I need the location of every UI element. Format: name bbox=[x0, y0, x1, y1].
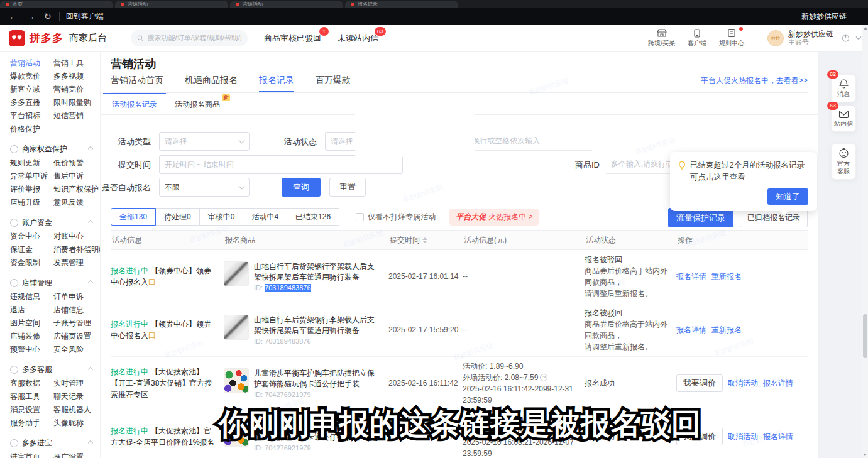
action-link[interactable]: 报名详情 bbox=[763, 378, 793, 389]
scroll-up-icon[interactable] bbox=[864, 27, 867, 30]
sidebar-item[interactable]: 安全风险 bbox=[53, 344, 84, 355]
sidebar-item[interactable]: 限时限量购 bbox=[53, 97, 91, 108]
action-link[interactable]: 重新报名 bbox=[711, 271, 742, 282]
query-button[interactable]: 查询 bbox=[282, 178, 321, 197]
sidebar-item[interactable]: 营销竞价 bbox=[53, 84, 84, 95]
sidebar-group-header[interactable]: 商家权益保护 bbox=[0, 141, 100, 156]
sidebar-item[interactable]: 图片空间 bbox=[10, 318, 40, 329]
client-app-button[interactable]: 客户端 bbox=[688, 28, 706, 48]
promo-signup-link[interactable]: 平台大促火热报名中，去看看>> bbox=[701, 75, 808, 92]
avatar[interactable]: 妙妙 bbox=[767, 30, 784, 46]
info-icon[interactable]: ? bbox=[540, 374, 547, 381]
unread-messages-link[interactable]: 未读站内信63 bbox=[338, 33, 378, 44]
sidebar-item[interactable]: 服务助手 bbox=[10, 418, 40, 428]
sidebar-group-header[interactable]: 多多进宝 bbox=[0, 435, 100, 450]
sidebar-item[interactable]: 意见反馈 bbox=[53, 197, 84, 208]
pinduoduo-logo-icon[interactable] bbox=[9, 30, 25, 46]
crossborder-grocery-button[interactable]: 跨境/买菜 bbox=[648, 28, 675, 48]
product-title[interactable]: 山地自行车后货架钢行李架载人后支架快拆尾架后车筐通用骑行装备 bbox=[254, 261, 381, 283]
sidebar-item[interactable]: 子账号管理 bbox=[53, 318, 91, 329]
action-link[interactable]: 报名详情 bbox=[676, 271, 706, 282]
sidebar-item[interactable]: 营销工具 bbox=[53, 58, 84, 68]
submit-time-range-input[interactable]: 开始时间 ~ 结束时间 bbox=[159, 155, 403, 174]
action-link[interactable]: 报名详情 bbox=[676, 325, 706, 335]
sidebar-item[interactable]: 店铺升级 bbox=[10, 197, 40, 208]
audit-rejected-link[interactable]: 商品审核已驳回1 bbox=[264, 33, 321, 44]
status-tab[interactable]: 已结束126 bbox=[287, 208, 339, 226]
status-tab[interactable]: 待处理0 bbox=[155, 208, 200, 226]
sidebar-item[interactable]: 低价预警 bbox=[53, 158, 84, 168]
browser-tab[interactable]: 首页 bbox=[0, 1, 113, 8]
sort-icon[interactable] bbox=[422, 237, 427, 243]
back-icon[interactable]: ← bbox=[9, 11, 18, 21]
sidebar-group-header[interactable]: 店铺管理 bbox=[0, 275, 100, 290]
sidebar-item[interactable]: 店铺装修 bbox=[10, 331, 40, 342]
sidebar-item[interactable]: 多多直播 bbox=[10, 97, 40, 108]
sidebar-item[interactable]: 营销活动 bbox=[10, 58, 40, 68]
browser-tab[interactable]: 营销活动 bbox=[115, 1, 228, 8]
sidebar-item[interactable]: 客服工具 bbox=[10, 391, 40, 402]
subtab-activity-goods[interactable]: 活动报名商品新 bbox=[166, 93, 229, 114]
rule-center-button[interactable]: 规则中心 bbox=[719, 28, 744, 48]
product-thumbnail[interactable] bbox=[224, 261, 249, 286]
auto-signup-select[interactable]: 不限 bbox=[159, 178, 250, 197]
activity-type-select[interactable]: 请选择 bbox=[159, 132, 250, 151]
sidebar-item[interactable]: 爆款竞价 bbox=[10, 71, 40, 82]
adjust-price-button[interactable]: 我要调价 bbox=[676, 374, 723, 392]
sidebar-item[interactable]: 资金中心 bbox=[10, 231, 40, 242]
sidebar-item[interactable]: 店铺信息 bbox=[53, 305, 84, 315]
sidebar-item[interactable]: 店铺页设置 bbox=[53, 331, 91, 342]
sidebar-item[interactable]: 平台招标 bbox=[10, 111, 40, 121]
sidebar-item[interactable]: 异常单申诉 bbox=[10, 171, 48, 182]
sidebar-item[interactable]: 知识产权保护 bbox=[53, 184, 99, 195]
action-link[interactable]: 报名详情 bbox=[763, 432, 793, 442]
sidebar-item[interactable]: 新客立减 bbox=[10, 84, 40, 95]
logout-icon[interactable] bbox=[841, 33, 850, 43]
sidebar-item[interactable]: 违规信息 bbox=[10, 292, 40, 302]
product-title[interactable]: 山地自行车后货架钢行李架载人后支架快拆尾架后车筐通用骑行装备 bbox=[254, 315, 381, 336]
forward-icon[interactable]: → bbox=[26, 11, 35, 21]
browser-tab[interactable]: 报名记录 bbox=[345, 1, 458, 8]
sidebar-item[interactable]: 售后申诉 bbox=[53, 171, 84, 182]
sidebar-item[interactable]: 预警中心 bbox=[10, 344, 40, 355]
product-thumbnail[interactable] bbox=[224, 315, 249, 340]
scrollbar-thumb[interactable] bbox=[863, 314, 867, 358]
window-scrollbar[interactable] bbox=[862, 25, 868, 458]
sidebar-item[interactable]: 多多视频 bbox=[53, 71, 84, 82]
reset-button[interactable]: 重置 bbox=[329, 178, 366, 197]
rail-service-button[interactable]: 官方 客服 bbox=[831, 143, 856, 180]
back-to-client-button[interactable]: 回到客户端 bbox=[66, 11, 104, 22]
subtab-activity-records[interactable]: 活动报名记录 bbox=[103, 93, 166, 114]
browser-tab[interactable]: 营销活动 bbox=[230, 1, 343, 8]
sidebar-group-header[interactable]: 多多客服 bbox=[0, 362, 100, 377]
sidebar-group-header[interactable]: 账户资金 bbox=[0, 215, 100, 230]
tooltip-link[interactable]: 里查看 bbox=[722, 173, 745, 182]
tab-opportunity-signup[interactable]: 机遇商品报名 bbox=[185, 75, 238, 92]
sidebar-item[interactable]: 价格保护 bbox=[10, 124, 40, 134]
sidebar-item[interactable]: 客服数据 bbox=[10, 378, 40, 389]
got-it-button[interactable]: 知道了 bbox=[767, 188, 808, 205]
action-link[interactable]: 取消活动 bbox=[728, 432, 758, 442]
sidebar-item[interactable]: 消费者补偿明细 bbox=[53, 244, 101, 255]
sidebar-item[interactable]: 资金限制 bbox=[10, 258, 40, 268]
sidebar-item[interactable]: 评价举报 bbox=[10, 184, 40, 195]
tab-marketing-home[interactable]: 营销活动首页 bbox=[111, 75, 163, 92]
sidebar-item[interactable]: 头像昵称 bbox=[53, 418, 84, 428]
global-search-input[interactable]: 搜索功能/订单/课程/规则/帮助/服务 bbox=[131, 30, 248, 46]
sidebar-item[interactable]: 对账中心 bbox=[53, 231, 84, 242]
sidebar-item[interactable]: 实时管理 bbox=[53, 378, 84, 389]
tab-signup-records[interactable]: 报名记录 bbox=[259, 75, 294, 92]
sidebar-item[interactable]: 短信营销 bbox=[53, 111, 84, 121]
tab-million-hits[interactable]: 百万爆款 bbox=[316, 75, 351, 92]
status-tab[interactable]: 活动中4 bbox=[243, 208, 287, 226]
platform-promo-pill[interactable]: 平台大促火热报名中 > bbox=[449, 209, 539, 226]
sidebar-item[interactable]: 保证金 bbox=[10, 244, 33, 255]
sidebar-item[interactable]: 客服机器人 bbox=[53, 405, 91, 415]
reload-icon[interactable]: ↻ bbox=[44, 11, 52, 21]
product-title[interactable]: 儿童滑步平衡车护胸车把防撞把立保护套饰熊猫玩偶卡通公仔把手装 bbox=[254, 368, 381, 390]
action-link[interactable]: 重新报名 bbox=[711, 325, 742, 335]
sidebar-item[interactable]: 聊天记录 bbox=[53, 391, 84, 402]
sidebar-item[interactable]: 发票管理 bbox=[53, 258, 84, 268]
status-tab[interactable]: 审核中0 bbox=[199, 208, 244, 226]
sidebar-item[interactable]: 消息设置 bbox=[10, 405, 40, 415]
